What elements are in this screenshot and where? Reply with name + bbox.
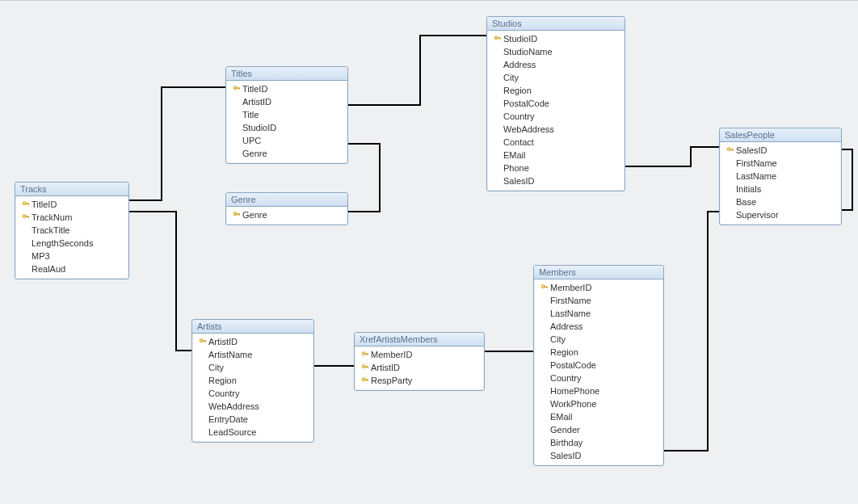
table-column[interactable]: TitleID	[226, 82, 347, 95]
table-column[interactable]: TrackTitle	[15, 224, 128, 237]
table-column[interactable]: Contact	[487, 136, 625, 149]
column-name: MemberID	[371, 349, 412, 360]
column-name: WebAddress	[503, 124, 554, 135]
table-column[interactable]: EMail	[534, 410, 663, 423]
table-column[interactable]: EMail	[487, 149, 625, 162]
table-column[interactable]: Base	[720, 195, 841, 208]
column-name: EMail	[503, 149, 526, 161]
column-name: Base	[736, 196, 756, 208]
table-artists[interactable]: ArtistsArtistIDArtistNameCityRegionCount…	[191, 319, 314, 443]
primary-key-icon	[20, 213, 32, 221]
column-name: FirstName	[736, 158, 777, 169]
column-name: StudioID	[242, 122, 276, 133]
table-column[interactable]: City	[534, 333, 663, 346]
table-header[interactable]: Tracks	[15, 183, 128, 196]
table-header[interactable]: Members	[534, 266, 663, 279]
table-column[interactable]: SalesID	[534, 449, 663, 462]
table-column[interactable]: FirstName	[534, 294, 663, 307]
table-column[interactable]: RespParty	[355, 374, 484, 387]
table-column[interactable]: Genre	[226, 147, 347, 160]
table-column[interactable]: Country	[192, 387, 313, 400]
column-name: Birthday	[550, 437, 583, 448]
table-column[interactable]: ArtistID	[226, 95, 347, 108]
column-name: City	[503, 72, 519, 83]
table-column[interactable]: WebAddress	[192, 400, 313, 413]
table-body: SalesIDFirstNameLastNameInitialsBaseSupe…	[720, 142, 841, 225]
primary-key-icon	[492, 35, 503, 43]
table-column[interactable]: ArtistName	[192, 348, 313, 361]
table-column[interactable]: StudioID	[226, 121, 347, 134]
table-column[interactable]: SalesID	[720, 144, 841, 157]
table-column[interactable]: MP3	[15, 250, 128, 262]
table-column[interactable]: Region	[534, 346, 663, 359]
table-column[interactable]: LastName	[720, 170, 841, 183]
table-xref[interactable]: XrefArtistsMembersMemberIDArtistIDRespPa…	[354, 332, 485, 391]
table-body: MemberIDFirstNameLastNameAddressCityRegi…	[534, 279, 663, 465]
relationship-line	[624, 147, 719, 166]
table-column[interactable]: Address	[487, 58, 625, 71]
table-column[interactable]: LengthSeconds	[15, 237, 128, 250]
table-titles[interactable]: TitlesTitleIDArtistIDTitleStudioIDUPCGen…	[225, 66, 348, 164]
table-column[interactable]: Gender	[534, 423, 663, 436]
table-tracks[interactable]: TracksTitleIDTrackNumTrackTitleLengthSec…	[15, 182, 129, 279]
table-header[interactable]: Titles	[226, 67, 347, 81]
table-studios[interactable]: StudiosStudioIDStudioNameAddressCityRegi…	[486, 16, 625, 191]
relationship-line	[128, 212, 191, 351]
table-column[interactable]: WorkPhone	[534, 397, 663, 410]
table-column[interactable]: MemberID	[355, 348, 484, 361]
table-column[interactable]: TitleID	[15, 198, 128, 211]
table-header[interactable]: Genre	[226, 193, 347, 207]
column-name: Country	[208, 388, 240, 399]
column-name: Genre	[242, 209, 267, 220]
table-body: ArtistIDArtistNameCityRegionCountryWebAd…	[192, 334, 313, 442]
table-column[interactable]: RealAud	[15, 262, 128, 275]
table-column[interactable]: PostalCode	[534, 359, 663, 372]
table-column[interactable]: Supervisor	[720, 208, 841, 221]
table-column[interactable]: Address	[534, 320, 663, 333]
table-column[interactable]: UPC	[226, 134, 347, 147]
table-column[interactable]: Region	[192, 374, 313, 387]
table-column[interactable]: TrackNum	[15, 211, 128, 224]
table-header[interactable]: SalesPeople	[720, 128, 841, 142]
table-column[interactable]: City	[192, 361, 313, 374]
table-header[interactable]: Artists	[192, 320, 313, 334]
table-column[interactable]: FirstName	[720, 157, 841, 170]
table-salespeople[interactable]: SalesPeopleSalesIDFirstNameLastNameIniti…	[719, 128, 842, 225]
table-column[interactable]: Phone	[487, 162, 625, 174]
table-column[interactable]: City	[487, 71, 625, 84]
table-column[interactable]: MemberID	[534, 281, 663, 294]
table-column[interactable]: ArtistID	[192, 335, 313, 348]
relationship-line	[128, 87, 225, 200]
table-header[interactable]: XrefArtistsMembers	[355, 333, 484, 346]
table-column[interactable]: LeadSource	[192, 426, 313, 439]
table-column[interactable]: LastName	[534, 307, 663, 320]
table-column[interactable]: Genre	[226, 208, 347, 221]
diagram-canvas[interactable]: { "tables": [ { "id":"tracks","title":"T…	[0, 0, 858, 504]
table-members[interactable]: MembersMemberIDFirstNameLastNameAddressC…	[533, 265, 664, 466]
table-column[interactable]: EntryDate	[192, 413, 313, 426]
table-column[interactable]: WebAddress	[487, 123, 625, 136]
table-column[interactable]: Region	[487, 84, 625, 97]
table-column[interactable]: StudioName	[487, 45, 625, 58]
table-body: TitleIDTrackNumTrackTitleLengthSecondsMP…	[15, 196, 128, 279]
column-name: Address	[550, 321, 583, 332]
table-column[interactable]: HomePhone	[534, 384, 663, 397]
table-column[interactable]: Birthday	[534, 436, 663, 449]
table-body: Genre	[226, 207, 347, 225]
table-genre[interactable]: GenreGenre	[225, 192, 348, 225]
table-column[interactable]: PostalCode	[487, 97, 625, 110]
table-column[interactable]: ArtistID	[355, 361, 484, 374]
table-column[interactable]: Initials	[720, 183, 841, 195]
table-column[interactable]: StudioID	[487, 32, 625, 45]
column-name: PostalCode	[503, 98, 549, 109]
table-column[interactable]: Title	[226, 108, 347, 121]
table-column[interactable]: Country	[534, 372, 663, 384]
relationship-line	[347, 144, 380, 212]
primary-key-icon	[539, 284, 550, 292]
table-column[interactable]: SalesID	[487, 174, 625, 187]
column-name: TitleID	[242, 83, 267, 94]
table-column[interactable]: Country	[487, 110, 625, 123]
column-name: EMail	[550, 411, 573, 422]
column-name: Region	[550, 346, 578, 358]
table-header[interactable]: Studios	[487, 17, 625, 31]
